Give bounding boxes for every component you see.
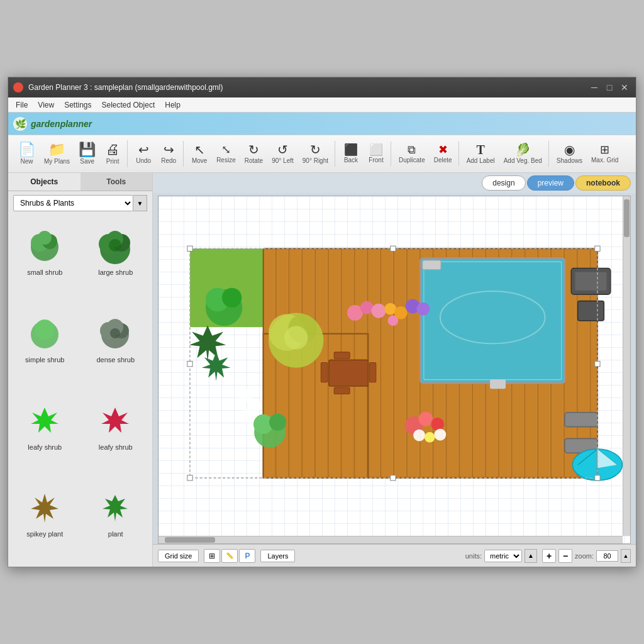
svg-rect-34 (369, 363, 375, 382)
grid-size-button[interactable]: Grid size (158, 550, 199, 562)
svg-rect-36 (334, 387, 350, 394)
menu-view[interactable]: View (33, 99, 59, 111)
duplicate-button[interactable]: ⧉ Duplicate (395, 142, 429, 166)
svg-rect-35 (334, 352, 350, 358)
rotate-icon: ↻ (248, 143, 259, 156)
zoom-in-button[interactable]: + (542, 549, 556, 563)
menu-help[interactable]: Help (160, 99, 186, 111)
move-label: Move (192, 157, 207, 164)
layers-button[interactable]: Layers (260, 550, 295, 562)
add-label-button[interactable]: T Add Label (463, 141, 499, 167)
object-item-spikey-plant[interactable]: spikey plant (11, 479, 79, 564)
object-item-simple-shrub[interactable]: simple shrub (11, 305, 79, 390)
new-button[interactable]: 📄 New (14, 140, 39, 167)
svg-marker-17 (101, 408, 129, 433)
grid-small-icon[interactable]: ⊞ (204, 549, 220, 563)
shadows-button[interactable]: ◉ Shadows (553, 141, 586, 167)
max-grid-icon: ⊞ (600, 144, 609, 155)
redo-label: Redo (161, 157, 176, 164)
spikey-plant-icon (23, 485, 67, 529)
print-button[interactable]: 🖨 Print (101, 140, 125, 167)
tab-notebook[interactable]: notebook (575, 175, 631, 191)
tab-design[interactable]: design (482, 175, 525, 191)
print-label: Print (106, 158, 119, 165)
svg-point-72 (269, 414, 286, 431)
category-select[interactable]: Shrubs & Plants (13, 195, 133, 211)
undo-icon: ↩ (138, 143, 149, 156)
duplicate-icon: ⧉ (408, 144, 416, 155)
grid-measure-icon[interactable]: 📏 (221, 549, 238, 563)
grid-icons: ⊞ 📏 P (204, 549, 255, 563)
svg-rect-78 (595, 246, 600, 251)
redo-button[interactable]: ↪ Redo (157, 141, 180, 167)
rotate-button[interactable]: ↻ Rotate (241, 141, 267, 167)
close-button[interactable]: ✕ (618, 81, 631, 94)
zoom-out-button[interactable]: − (558, 549, 572, 563)
redo-icon: ↪ (164, 143, 174, 156)
max-grid-button[interactable]: ⊞ Max. Grid (587, 142, 622, 166)
object-item-dense-shrub[interactable]: dense shrub (82, 305, 150, 390)
horizontal-scrollbar[interactable] (158, 536, 623, 543)
front-icon: ⬜ (369, 144, 383, 155)
h-scroll-thumb[interactable] (165, 537, 215, 543)
menu-file[interactable]: File (11, 99, 33, 111)
back-icon: ⬛ (344, 144, 358, 155)
object-item-small-shrub[interactable]: small shrub (11, 218, 79, 303)
rotate-left-icon: ↺ (277, 143, 288, 156)
resize-button[interactable]: ⤡ Resize (213, 142, 240, 166)
undo-button[interactable]: ↩ Undo (131, 141, 155, 167)
rotate-left-button[interactable]: ↺ 90° Left (268, 141, 297, 167)
v-scroll-thumb[interactable] (624, 199, 630, 237)
object-item-plant[interactable]: plant (82, 479, 150, 564)
zoom-controls: + − zoom: 80 ▲ (542, 549, 631, 563)
tab-tools[interactable]: Tools (80, 173, 153, 191)
zoom-arrow[interactable]: ▲ (621, 549, 631, 563)
units-arrow[interactable]: ▲ (525, 549, 537, 563)
move-icon: ↖ (194, 143, 205, 156)
svg-marker-54 (189, 325, 226, 362)
menu-bar: File View Settings Selected Object Help (8, 97, 636, 113)
svg-rect-79 (187, 475, 192, 480)
zoom-label: zoom: (575, 552, 594, 560)
app-header: 🌿 gardenplanner (8, 113, 636, 135)
menu-selected-object[interactable]: Selected Object (97, 99, 160, 111)
app-logo: 🌿 (13, 117, 27, 131)
maximize-button[interactable]: □ (603, 81, 616, 94)
svg-rect-40 (575, 272, 607, 291)
object-item-large-shrub[interactable]: large shrub (82, 218, 150, 303)
tab-objects[interactable]: Objects (8, 173, 80, 191)
svg-rect-84 (595, 361, 600, 366)
rotate-right-button[interactable]: ↻ 90° Right (299, 141, 332, 167)
rotate-right-icon: ↻ (310, 143, 321, 156)
canvas-inner (158, 196, 630, 543)
units-label: units: (465, 552, 482, 560)
object-item-leafy-shrub-green[interactable]: leafy shrub (11, 392, 79, 477)
units-select[interactable]: metric (484, 550, 522, 562)
window-title: Garden Planner 3 : sampleplan (smallgard… (28, 83, 588, 92)
vertical-scrollbar[interactable] (623, 196, 630, 536)
dropdown-arrow[interactable]: ▼ (133, 195, 147, 211)
svg-point-50 (284, 326, 308, 350)
garden-canvas[interactable] (158, 196, 631, 544)
add-veg-bed-button[interactable]: 🥬 Add Veg. Bed (500, 141, 546, 167)
main-toolbar: 📄 New 📁 My Plans 💾 Save 🖨 Print ↩ Undo (8, 135, 636, 173)
leafy-shrub-green-icon (23, 398, 67, 442)
duplicate-label: Duplicate (399, 157, 425, 164)
delete-button[interactable]: ✖ Delete (430, 142, 456, 166)
resize-label: Resize (216, 157, 236, 164)
front-button[interactable]: ⬜ Front (364, 142, 388, 166)
move-button[interactable]: ↖ Move (187, 141, 211, 167)
my-plans-button[interactable]: 📁 My Plans (40, 140, 74, 167)
object-item-leafy-shrub-red[interactable]: leafy shrub (82, 392, 150, 477)
dense-shrub-icon (94, 311, 138, 355)
back-button[interactable]: ⬛ Back (339, 142, 363, 166)
grid-p-icon[interactable]: P (239, 549, 255, 563)
my-plans-icon: 📁 (48, 143, 65, 157)
layer-tools: ⬛ Back ⬜ Front (336, 142, 391, 166)
tab-preview[interactable]: preview (527, 175, 574, 191)
svg-rect-31 (490, 380, 506, 389)
minimize-button[interactable]: ─ (588, 81, 601, 94)
large-shrub-icon (94, 223, 138, 267)
menu-settings[interactable]: Settings (59, 99, 96, 111)
save-button[interactable]: 💾 Save (75, 140, 99, 167)
